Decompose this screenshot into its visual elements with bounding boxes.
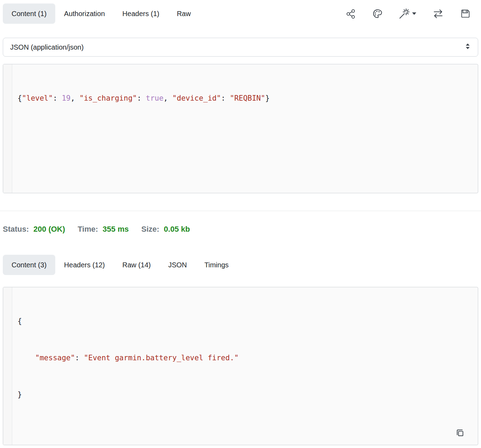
tab-response-json[interactable]: JSON [160,255,196,275]
json-token: "message" [35,354,75,362]
tab-request-raw[interactable]: Raw [168,3,199,24]
json-token: 19 [62,94,70,102]
swap-arrows-icon[interactable] [432,8,444,20]
request-body-editor[interactable]: {"level": 19, "is_charging": true, "devi… [3,64,478,193]
tab-authorization[interactable]: Authorization [55,3,114,24]
response-body-editor[interactable]: { "message": "Event garmin.battery_level… [3,287,478,445]
request-toolbar [346,3,471,24]
save-icon[interactable] [460,8,471,19]
size-value: 0.05 kb [164,224,190,234]
share-icon[interactable] [346,8,356,19]
json-token: "Event garmin.battery_level fired." [84,354,239,362]
select-caret-icon [465,43,470,52]
tab-response-headers[interactable]: Headers (12) [55,255,114,275]
json-token: "is_charging" [79,94,137,102]
content-type-value: JSON (application/json) [10,43,84,51]
time-label: Time: [78,224,98,234]
status-label: Status: [3,224,29,234]
json-token: : [221,94,230,102]
code-line: } [17,389,473,401]
tab-request-headers[interactable]: Headers (1) [114,3,168,24]
magic-wand-icon[interactable] [399,8,416,19]
chevron-down-icon [412,12,416,15]
editor-gutter [3,64,12,193]
json-token: "level" [22,94,53,102]
json-token: { [17,317,22,325]
request-tabbar: Content (1) Authorization Headers (1) Ra… [3,3,478,24]
code-line: { [17,315,473,327]
palette-icon[interactable] [372,8,383,19]
json-token: : [53,94,62,102]
size-label: Size: [141,224,159,234]
json-token: true [146,94,164,102]
response-status-bar: Status: 200 (OK) Time: 355 ms Size: 0.05… [3,224,478,234]
status-value: 200 (OK) [34,224,65,234]
json-token: , [163,94,172,102]
json-token: , [71,94,79,102]
response-body-code: { "message": "Event garmin.battery_level… [13,287,478,429]
json-token: { [17,94,22,102]
response-tabbar: Content (3) Headers (12) Raw (14) JSON T… [3,255,478,275]
code-line: "message": "Event garmin.battery_level f… [17,352,473,364]
copy-icon[interactable] [454,428,465,440]
json-token: } [265,94,270,102]
json-token: "device_id" [172,94,221,102]
json-token: : [75,354,84,362]
tab-response-content[interactable]: Content (3) [3,255,55,275]
request-body-code: {"level": 19, "is_charging": true, "devi… [13,64,478,132]
json-token: "REQBIN" [230,94,265,102]
tab-request-content[interactable]: Content (1) [3,3,55,24]
tab-response-raw[interactable]: Raw (14) [114,255,160,275]
editor-gutter [3,287,12,445]
tab-response-timings[interactable]: Timings [196,255,237,275]
time-value: 355 ms [102,224,129,234]
json-token: : [137,94,146,102]
code-line: {"level": 19, "is_charging": true, "devi… [17,92,473,104]
content-type-select[interactable]: JSON (application/json) [3,38,478,57]
json-token: } [17,390,22,399]
section-divider [0,211,481,211]
